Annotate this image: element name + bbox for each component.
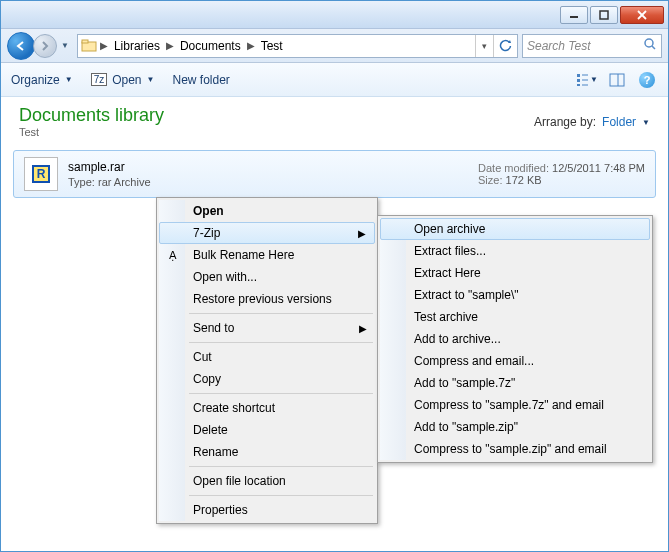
submenu-extract-here[interactable]: Extract Here [380, 262, 650, 284]
navigation-bar: ▼ ▶ Libraries ▶ Documents ▶ Test ▾ Searc… [1, 29, 668, 63]
menu-open-with[interactable]: Open with... [159, 266, 375, 288]
svg-rect-10 [577, 84, 580, 86]
preview-pane-button[interactable] [606, 70, 628, 90]
library-title: Documents library [19, 105, 164, 126]
submenu-add-zip[interactable]: Add to "sample.zip" [380, 416, 650, 438]
chevron-right-icon[interactable]: ▶ [98, 40, 110, 51]
chevron-right-icon[interactable]: ▶ [164, 40, 176, 51]
context-menu: Open 7-Zip▶ ẠBulk Rename Here Open with.… [156, 197, 378, 524]
search-icon [643, 37, 657, 54]
folder-icon [80, 38, 98, 54]
arrange-label: Arrange by: [534, 115, 596, 129]
svg-rect-1 [600, 11, 608, 19]
sevenzip-icon: 7z [91, 73, 108, 86]
nav-buttons: ▼ [7, 32, 73, 60]
file-item-selected[interactable]: R sample.rar Type: rar Archive Date modi… [13, 150, 656, 198]
search-placeholder: Search Test [527, 39, 591, 53]
submenu-add-to-archive[interactable]: Add to archive... [380, 328, 650, 350]
svg-rect-14 [610, 74, 624, 86]
menu-cut[interactable]: Cut [159, 346, 375, 368]
submenu-arrow-icon: ▶ [359, 323, 367, 334]
file-list: R sample.rar Type: rar Archive Date modi… [1, 144, 668, 204]
arrange-value[interactable]: Folder [602, 115, 636, 129]
open-button[interactable]: 7z Open▼ [91, 73, 155, 87]
breadcrumb-test[interactable]: Test [257, 39, 287, 53]
view-options-button[interactable]: ▼ [576, 70, 598, 90]
submenu-compress-zip-email[interactable]: Compress to "sample.zip" and email [380, 438, 650, 460]
svg-point-6 [645, 39, 653, 47]
search-input[interactable]: Search Test [522, 34, 662, 58]
menu-restore-versions[interactable]: Restore previous versions [159, 288, 375, 310]
svg-rect-8 [577, 74, 580, 77]
menu-create-shortcut[interactable]: Create shortcut [159, 397, 375, 419]
new-folder-button[interactable]: New folder [172, 73, 229, 87]
rar-file-icon: R [24, 157, 58, 191]
menu-7zip[interactable]: 7-Zip▶ [159, 222, 375, 244]
address-dropdown[interactable]: ▾ [475, 35, 493, 57]
back-button[interactable] [7, 32, 35, 60]
forward-button[interactable] [33, 34, 57, 58]
bulkrename-icon: Ạ [165, 249, 181, 262]
menu-open[interactable]: Open [159, 200, 375, 222]
svg-line-7 [652, 46, 655, 49]
organize-button[interactable]: Organize▼ [11, 73, 73, 87]
submenu-add-7z[interactable]: Add to "sample.7z" [380, 372, 650, 394]
library-subtitle: Test [19, 126, 164, 138]
file-name: sample.rar [68, 160, 151, 174]
breadcrumb-documents[interactable]: Documents [176, 39, 245, 53]
menu-send-to[interactable]: Send to▶ [159, 317, 375, 339]
submenu-extract-files[interactable]: Extract files... [380, 240, 650, 262]
context-submenu-7zip: Open archive Extract files... Extract He… [377, 215, 653, 463]
command-bar: Organize▼ 7z Open▼ New folder ▼ ? [1, 63, 668, 97]
menu-properties[interactable]: Properties [159, 499, 375, 521]
refresh-button[interactable] [493, 35, 515, 57]
close-button[interactable] [620, 6, 664, 24]
file-type: Type: rar Archive [68, 176, 151, 188]
help-button[interactable]: ? [636, 70, 658, 90]
submenu-extract-to[interactable]: Extract to "sample\" [380, 284, 650, 306]
svg-rect-5 [82, 40, 88, 43]
file-metadata: Date modified: 12/5/2011 7:48 PM Size: 1… [478, 162, 645, 186]
library-header: Documents library Test Arrange by: Folde… [1, 97, 668, 144]
submenu-compress-7z-email[interactable]: Compress to "sample.7z" and email [380, 394, 650, 416]
arrange-by[interactable]: Arrange by: Folder ▼ [534, 105, 650, 129]
help-icon: ? [639, 72, 655, 88]
submenu-test-archive[interactable]: Test archive [380, 306, 650, 328]
breadcrumb-libraries[interactable]: Libraries [110, 39, 164, 53]
maximize-button[interactable] [590, 6, 618, 24]
explorer-window: ▼ ▶ Libraries ▶ Documents ▶ Test ▾ Searc… [0, 0, 669, 552]
titlebar [1, 1, 668, 29]
submenu-open-archive[interactable]: Open archive [380, 218, 650, 240]
menu-rename[interactable]: Rename [159, 441, 375, 463]
chevron-down-icon: ▼ [642, 118, 650, 127]
menu-bulk-rename[interactable]: ẠBulk Rename Here [159, 244, 375, 266]
nav-history-dropdown[interactable]: ▼ [57, 41, 73, 50]
chevron-right-icon[interactable]: ▶ [245, 40, 257, 51]
submenu-arrow-icon: ▶ [358, 228, 366, 239]
menu-copy[interactable]: Copy [159, 368, 375, 390]
svg-rect-9 [577, 79, 580, 82]
address-bar[interactable]: ▶ Libraries ▶ Documents ▶ Test ▾ [77, 34, 518, 58]
menu-delete[interactable]: Delete [159, 419, 375, 441]
submenu-compress-email[interactable]: Compress and email... [380, 350, 650, 372]
menu-open-file-location[interactable]: Open file location [159, 470, 375, 492]
minimize-button[interactable] [560, 6, 588, 24]
